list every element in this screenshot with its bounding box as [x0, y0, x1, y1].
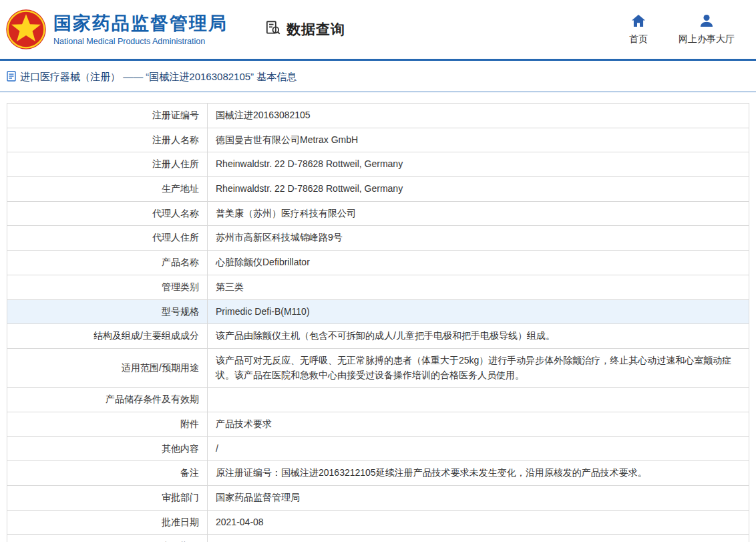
row-label: 代理人住所	[7, 226, 208, 251]
table-row: 备注原注册证编号：国械注进20163212105延续注册产品技术要求未发生变化，…	[7, 461, 749, 486]
row-value: 苏州市高新区科技城锦峰路9号	[208, 226, 749, 251]
row-label: 结构及组成/主要组成成分	[7, 324, 208, 349]
row-value: 普美康（苏州）医疗科技有限公司	[208, 201, 749, 226]
row-value: 2021-04-08	[208, 510, 749, 535]
table-row: 生产地址Rheinwaldstr. 22 D-78628 Rottweil, G…	[7, 177, 749, 202]
nav-home[interactable]: 首页	[629, 14, 648, 45]
row-label: 附件	[7, 412, 208, 436]
table-row: 适用范围/预期用途该产品可对无反应、无呼吸、无正常脉搏的患者（体重大于25kg）…	[7, 348, 749, 387]
row-label: 批准日期	[7, 510, 208, 535]
row-label: 注册证编号	[7, 104, 208, 128]
top-nav: 首页 网上办事大厅	[629, 14, 747, 45]
row-value: 2026-04-07	[208, 535, 749, 542]
row-label: 有效期至	[7, 535, 208, 542]
row-label: 生产地址	[7, 177, 208, 202]
row-value: 该产品可对无反应、无呼吸、无正常脉搏的患者（体重大于25kg）进行手动异步体外除…	[208, 348, 749, 387]
row-label: 注册人名称	[7, 128, 208, 152]
org-name-en: National Medical Products Administration	[53, 37, 228, 46]
table-row: 代理人住所苏州市高新区科技城锦峰路9号	[7, 226, 749, 251]
table-row: 注册人名称德国曼吉世有限公司Metrax GmbH	[7, 128, 749, 152]
row-label: 代理人名称	[7, 201, 208, 226]
registration-info-table: 注册证编号国械注进20163082105注册人名称德国曼吉世有限公司Metrax…	[7, 103, 749, 542]
table-row: 代理人名称普美康（苏州）医疗科技有限公司	[7, 201, 749, 226]
table-row: 结构及组成/主要组成成分该产品由除颤仪主机（包含不可拆卸的成人/儿童把手电极和把…	[7, 324, 749, 349]
row-value: 原注册证编号：国械注进20163212105延续注册产品技术要求未发生变化，沿用…	[208, 461, 749, 486]
table-row: 注册人住所Rheinwaldstr. 22 D-78628 Rottweil, …	[7, 152, 749, 177]
table-row: 注册证编号国械注进20163082105	[7, 104, 749, 128]
person-icon	[699, 14, 714, 30]
row-label: 型号规格	[7, 299, 208, 324]
row-label: 适用范围/预期用途	[7, 348, 208, 387]
page-header: 国家药品监督管理局 National Medical Products Admi…	[0, 0, 756, 59]
row-value: 产品技术要求	[208, 412, 749, 436]
row-value: 德国曼吉世有限公司Metrax GmbH	[208, 128, 749, 152]
row-label: 产品储存条件及有效期	[7, 388, 208, 412]
table-row: 产品储存条件及有效期	[7, 388, 749, 412]
data-query-icon	[264, 19, 282, 39]
row-value: 第三类	[208, 275, 749, 299]
row-label: 备注	[7, 461, 208, 486]
table-row: 管理类别第三类	[7, 275, 749, 299]
row-value: Rheinwaldstr. 22 D-78628 Rottweil, Germa…	[208, 152, 749, 177]
row-label: 注册人住所	[7, 152, 208, 177]
row-value: 心脏除颤仪Defibrillator	[208, 251, 749, 275]
breadcrumb-text: 进口医疗器械（注册） —— “国械注进20163082105” 基本信息	[20, 71, 297, 84]
row-value: /	[208, 436, 749, 461]
row-value: Primedic Defi-B(M110)	[208, 299, 749, 324]
row-value: 国家药品监督管理局	[208, 486, 749, 511]
nav-online-hall-label: 网上办事大厅	[679, 33, 735, 45]
org-title-block: 国家药品监督管理局 National Medical Products Admi…	[53, 13, 228, 45]
table-row: 型号规格Primedic Defi-B(M110)	[7, 299, 749, 324]
row-value: 国械注进20163082105	[208, 104, 749, 128]
row-label: 产品名称	[7, 251, 208, 275]
data-query-block: 数据查询	[264, 19, 345, 39]
row-value	[208, 388, 749, 412]
table-row: 附件产品技术要求	[7, 412, 749, 436]
table-row: 批准日期2021-04-08	[7, 510, 749, 535]
data-query-title: 数据查询	[287, 20, 345, 39]
nav-home-label: 首页	[629, 33, 648, 45]
row-value: Rheinwaldstr. 22 D-78628 Rottweil, Germa…	[208, 177, 749, 202]
table-row: 其他内容/	[7, 436, 749, 461]
table-row: 有效期至2026-04-07	[7, 535, 749, 542]
nav-online-hall[interactable]: 网上办事大厅	[679, 14, 735, 45]
info-table: 注册证编号国械注进20163082105注册人名称德国曼吉世有限公司Metrax…	[7, 104, 749, 542]
info-table-wrap: 注册证编号国械注进20163082105注册人名称德国曼吉世有限公司Metrax…	[0, 92, 756, 542]
row-label: 其他内容	[7, 436, 208, 461]
breadcrumb: 进口医疗器械（注册） —— “国械注进20163082105” 基本信息	[0, 61, 756, 92]
org-name-cn: 国家药品监督管理局	[53, 13, 228, 34]
table-row: 产品名称心脏除颤仪Defibrillator	[7, 251, 749, 275]
table-row: 审批部门国家药品监督管理局	[7, 486, 749, 511]
row-label: 审批部门	[7, 486, 208, 511]
document-icon	[7, 71, 16, 84]
home-icon	[631, 14, 646, 30]
national-emblem-logo	[5, 9, 47, 50]
row-label: 管理类别	[7, 275, 208, 299]
row-value: 该产品由除颤仪主机（包含不可拆卸的成人/儿童把手电极和把手电极导线）组成。	[208, 324, 749, 349]
